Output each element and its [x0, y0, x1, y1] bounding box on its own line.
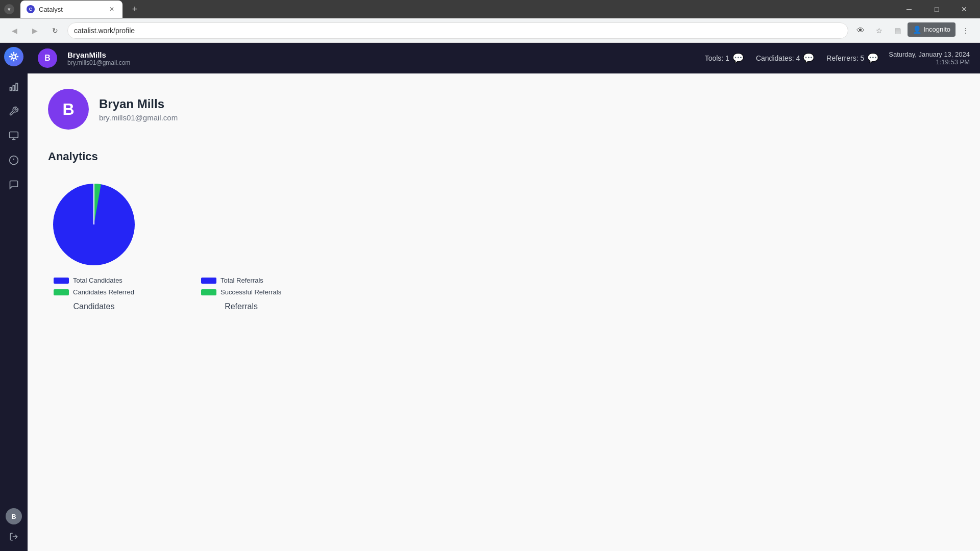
tools-stat-label: Tools: 1	[705, 54, 729, 62]
referrers-stat-label: Referrers: 5	[826, 54, 864, 62]
tab-group-btn[interactable]: ▾	[4, 4, 14, 14]
sidebar-analytics-icon[interactable]	[4, 77, 24, 97]
candidates-total-color	[54, 278, 69, 284]
analytics-title: Analytics	[48, 150, 960, 163]
window-controls: ─ □ ✕	[897, 1, 976, 17]
tab-favicon: C	[27, 5, 35, 13]
main-content: B Bryan Mills bry.mills01@gmail.com Anal…	[28, 73, 980, 551]
referrals-total-label: Total Referrals	[220, 277, 263, 284]
profile-name: Bryan Mills	[99, 97, 178, 111]
svg-point-0	[12, 55, 15, 58]
refresh-button[interactable]: ↻	[47, 22, 63, 39]
svg-rect-2	[13, 86, 14, 91]
eye-off-icon[interactable]: 👁	[852, 22, 869, 39]
referrals-chart-title: Referrals	[225, 302, 258, 311]
candidates-chart-title: Candidates	[74, 302, 115, 311]
topnav-email: bry.mills01@gmail.com	[67, 59, 130, 66]
incognito-button[interactable]: 👤 Incognito	[908, 22, 955, 37]
tools-stat-icon: 💬	[732, 53, 744, 64]
topnav-username: BryanMills	[67, 51, 130, 59]
address-text: catalist.work/profile	[74, 27, 135, 35]
tab-title: Catalyst	[39, 6, 103, 13]
topnav-user-info: BryanMills bry.mills01@gmail.com	[67, 51, 130, 66]
sidebar-tools-icon[interactable]	[4, 101, 24, 121]
stat-tools: Tools: 1 💬	[705, 53, 744, 64]
candidates-pie-chart	[48, 179, 140, 270]
profile-avatar: B	[48, 89, 89, 130]
stat-referrers: Referrers: 5 💬	[826, 53, 878, 64]
menu-icon[interactable]: ⋮	[958, 22, 974, 39]
sidebar-user-avatar[interactable]: B	[6, 508, 22, 524]
referrals-successful-label: Successful Referrals	[220, 288, 281, 296]
candidates-referred-legend: Candidates Referred	[54, 288, 134, 296]
referrals-chart-wrapper: Total Referrals Successful Referrals Ref…	[201, 179, 281, 311]
profile-section: B Bryan Mills bry.mills01@gmail.com	[48, 89, 960, 130]
topnav-stats: Tools: 1 💬 Candidates: 4 💬 Referrers: 5 …	[705, 53, 879, 64]
back-button[interactable]: ◀	[6, 22, 22, 39]
forward-button[interactable]: ▶	[27, 22, 43, 39]
sidebar-ideas-icon[interactable]	[4, 150, 24, 170]
new-tab-button[interactable]: +	[127, 2, 143, 16]
incognito-label: Incognito	[923, 26, 950, 33]
nav-bar: ◀ ▶ ↻ catalist.work/profile 👁 ☆ ▤ 👤 Inco…	[0, 18, 980, 43]
svg-rect-1	[10, 88, 12, 91]
profile-email: bry.mills01@gmail.com	[99, 113, 178, 122]
referrals-successful-legend: Successful Referrals	[201, 288, 281, 296]
topnav-date: Saturday, January 13, 2024	[889, 51, 970, 58]
referrals-successful-color	[201, 289, 216, 295]
title-bar: ▾ C Catalyst ✕ + ─ □ ✕	[0, 0, 980, 18]
candidates-referred-label: Candidates Referred	[73, 288, 134, 296]
referrers-stat-icon: 💬	[867, 53, 878, 64]
candidates-referred-color	[54, 289, 69, 295]
sidebar-toggle-icon[interactable]: ▤	[889, 22, 905, 39]
candidates-total-label: Total Candidates	[73, 277, 122, 284]
topnav-datetime: Saturday, January 13, 2024 1:19:53 PM	[889, 51, 970, 66]
topnav-avatar: B	[38, 48, 57, 68]
charts-container: Total Candidates Candidates Referred Can…	[48, 179, 960, 311]
topnav-time: 1:19:53 PM	[889, 58, 970, 66]
candidates-total-legend: Total Candidates	[54, 277, 134, 284]
maximize-button[interactable]: □	[925, 1, 948, 17]
analytics-section: Analytics	[48, 150, 960, 311]
referrals-legend: Total Referrals Successful Referrals	[201, 277, 281, 296]
address-bar[interactable]: catalist.work/profile	[67, 22, 848, 39]
sidebar-logout-icon[interactable]	[4, 527, 24, 547]
sidebar-messages-icon[interactable]	[4, 174, 24, 195]
minimize-button[interactable]: ─	[897, 1, 921, 17]
svg-rect-3	[16, 83, 17, 90]
tab-close-btn[interactable]: ✕	[107, 5, 116, 14]
top-navigation: B BryanMills bry.mills01@gmail.com Tools…	[28, 43, 980, 73]
referrals-total-color	[201, 278, 216, 284]
browser-tab[interactable]: C Catalyst ✕	[20, 1, 122, 18]
sidebar-inbox-icon[interactable]	[4, 126, 24, 146]
candidates-stat-icon: 💬	[803, 53, 814, 64]
referrals-total-legend: Total Referrals	[201, 277, 281, 284]
bookmark-icon[interactable]: ☆	[871, 22, 887, 39]
profile-info: Bryan Mills bry.mills01@gmail.com	[99, 97, 178, 122]
candidates-legend: Total Candidates Candidates Referred	[54, 277, 134, 296]
app-sidebar: B	[0, 43, 28, 551]
svg-rect-4	[10, 132, 18, 138]
app-logo[interactable]	[4, 47, 23, 66]
close-button[interactable]: ✕	[952, 1, 976, 17]
candidates-chart-wrapper: Total Candidates Candidates Referred Can…	[48, 179, 140, 311]
stat-candidates: Candidates: 4 💬	[756, 53, 814, 64]
candidates-stat-label: Candidates: 4	[756, 54, 800, 62]
